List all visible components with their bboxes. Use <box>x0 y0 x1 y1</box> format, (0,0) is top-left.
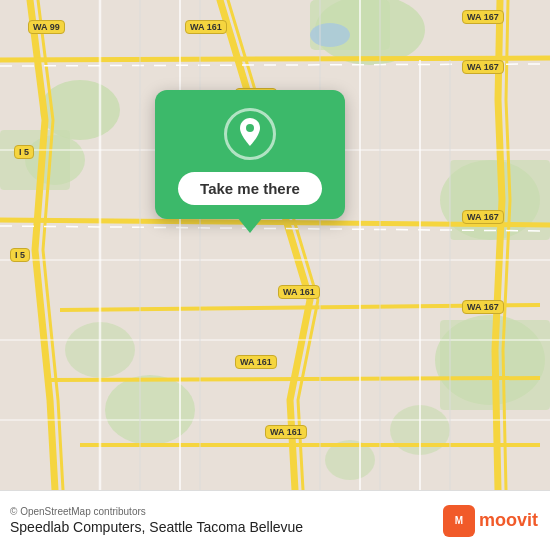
svg-line-20 <box>50 378 540 380</box>
location-icon-wrap <box>224 108 276 160</box>
svg-point-14 <box>310 23 350 47</box>
svg-rect-5 <box>0 130 70 190</box>
moovit-logo[interactable]: M moovit <box>443 505 538 537</box>
attribution-text: © OpenStreetMap contributors <box>10 506 303 517</box>
svg-point-35 <box>246 124 254 132</box>
road-badge-i5b: I 5 <box>10 248 30 262</box>
popup-card: Take me there <box>155 90 345 219</box>
bottom-bar: © OpenStreetMap contributors Speedlab Co… <box>0 490 550 550</box>
svg-point-10 <box>105 375 195 445</box>
moovit-icon: M <box>443 505 475 537</box>
moovit-text: moovit <box>479 510 538 531</box>
road-badge-wa167a: WA 167 <box>462 10 504 24</box>
road-badge-wa161d: WA 161 <box>235 355 277 369</box>
road-badge-wa167b: WA 167 <box>462 60 504 74</box>
road-badge-i5a: I 5 <box>14 145 34 159</box>
road-badge-wa161e: WA 161 <box>265 425 307 439</box>
location-name: Speedlab Computers, Seattle Tacoma Belle… <box>10 519 303 535</box>
bottom-left: © OpenStreetMap contributors Speedlab Co… <box>10 506 303 535</box>
map-container: WA 99 WA 161 WA 167 WA 167 WA 167 WA 167… <box>0 0 550 490</box>
road-badge-wa99: WA 99 <box>28 20 65 34</box>
location-pin-icon <box>236 118 264 150</box>
take-me-there-button[interactable]: Take me there <box>178 172 322 205</box>
road-badge-wa161c: WA 161 <box>278 285 320 299</box>
road-badge-wa167c: WA 167 <box>462 210 504 224</box>
road-badge-wa161a: WA 161 <box>185 20 227 34</box>
road-badge-wa167d: WA 167 <box>462 300 504 314</box>
